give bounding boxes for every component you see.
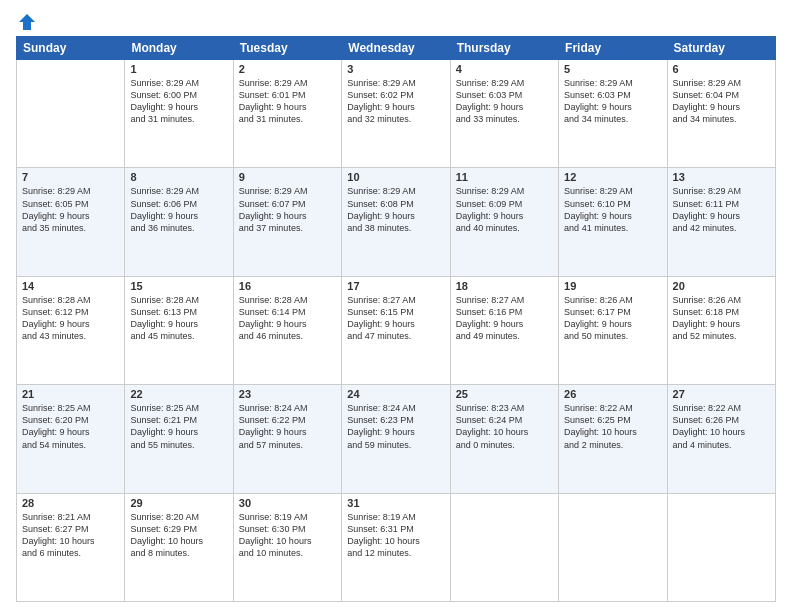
cell-details: Sunrise: 8:28 AMSunset: 6:12 PMDaylight:…: [22, 294, 119, 343]
day-number: 10: [347, 171, 444, 183]
cell-details: Sunrise: 8:22 AMSunset: 6:26 PMDaylight:…: [673, 402, 770, 451]
cell-details: Sunrise: 8:25 AMSunset: 6:21 PMDaylight:…: [130, 402, 227, 451]
cell-details: Sunrise: 8:29 AMSunset: 6:09 PMDaylight:…: [456, 185, 553, 234]
cell-details: Sunrise: 8:25 AMSunset: 6:20 PMDaylight:…: [22, 402, 119, 451]
calendar-cell: [559, 493, 667, 601]
cell-details: Sunrise: 8:27 AMSunset: 6:16 PMDaylight:…: [456, 294, 553, 343]
cell-details: Sunrise: 8:29 AMSunset: 6:02 PMDaylight:…: [347, 77, 444, 126]
day-number: 9: [239, 171, 336, 183]
cell-details: Sunrise: 8:28 AMSunset: 6:13 PMDaylight:…: [130, 294, 227, 343]
page: SundayMondayTuesdayWednesdayThursdayFrid…: [0, 0, 792, 612]
cell-details: Sunrise: 8:29 AMSunset: 6:03 PMDaylight:…: [564, 77, 661, 126]
calendar-cell: 21Sunrise: 8:25 AMSunset: 6:20 PMDayligh…: [17, 385, 125, 493]
header-day: Sunday: [17, 37, 125, 60]
calendar-cell: 20Sunrise: 8:26 AMSunset: 6:18 PMDayligh…: [667, 276, 775, 384]
cell-details: Sunrise: 8:26 AMSunset: 6:18 PMDaylight:…: [673, 294, 770, 343]
header-day: Tuesday: [233, 37, 341, 60]
cell-details: Sunrise: 8:27 AMSunset: 6:15 PMDaylight:…: [347, 294, 444, 343]
cell-details: Sunrise: 8:29 AMSunset: 6:04 PMDaylight:…: [673, 77, 770, 126]
day-number: 4: [456, 63, 553, 75]
calendar-cell: 18Sunrise: 8:27 AMSunset: 6:16 PMDayligh…: [450, 276, 558, 384]
day-number: 21: [22, 388, 119, 400]
calendar-cell: 4Sunrise: 8:29 AMSunset: 6:03 PMDaylight…: [450, 60, 558, 168]
cell-details: Sunrise: 8:29 AMSunset: 6:03 PMDaylight:…: [456, 77, 553, 126]
calendar-cell: [17, 60, 125, 168]
cell-details: Sunrise: 8:29 AMSunset: 6:05 PMDaylight:…: [22, 185, 119, 234]
calendar-row: 14Sunrise: 8:28 AMSunset: 6:12 PMDayligh…: [17, 276, 776, 384]
cell-details: Sunrise: 8:23 AMSunset: 6:24 PMDaylight:…: [456, 402, 553, 451]
calendar-cell: 13Sunrise: 8:29 AMSunset: 6:11 PMDayligh…: [667, 168, 775, 276]
calendar-row: 7Sunrise: 8:29 AMSunset: 6:05 PMDaylight…: [17, 168, 776, 276]
calendar-cell: 12Sunrise: 8:29 AMSunset: 6:10 PMDayligh…: [559, 168, 667, 276]
day-number: 25: [456, 388, 553, 400]
logo: [16, 12, 37, 30]
calendar-cell: [450, 493, 558, 601]
day-number: 22: [130, 388, 227, 400]
cell-details: Sunrise: 8:29 AMSunset: 6:00 PMDaylight:…: [130, 77, 227, 126]
calendar-cell: 22Sunrise: 8:25 AMSunset: 6:21 PMDayligh…: [125, 385, 233, 493]
cell-details: Sunrise: 8:29 AMSunset: 6:11 PMDaylight:…: [673, 185, 770, 234]
day-number: 18: [456, 280, 553, 292]
day-number: 17: [347, 280, 444, 292]
day-number: 2: [239, 63, 336, 75]
logo-icon: [17, 12, 37, 32]
day-number: 20: [673, 280, 770, 292]
header-day: Monday: [125, 37, 233, 60]
calendar-cell: 11Sunrise: 8:29 AMSunset: 6:09 PMDayligh…: [450, 168, 558, 276]
day-number: 12: [564, 171, 661, 183]
calendar-cell: 7Sunrise: 8:29 AMSunset: 6:05 PMDaylight…: [17, 168, 125, 276]
calendar-cell: 14Sunrise: 8:28 AMSunset: 6:12 PMDayligh…: [17, 276, 125, 384]
svg-marker-0: [19, 14, 35, 30]
day-number: 29: [130, 497, 227, 509]
calendar-cell: 1Sunrise: 8:29 AMSunset: 6:00 PMDaylight…: [125, 60, 233, 168]
calendar-row: 21Sunrise: 8:25 AMSunset: 6:20 PMDayligh…: [17, 385, 776, 493]
day-number: 11: [456, 171, 553, 183]
calendar-cell: 10Sunrise: 8:29 AMSunset: 6:08 PMDayligh…: [342, 168, 450, 276]
cell-details: Sunrise: 8:29 AMSunset: 6:10 PMDaylight:…: [564, 185, 661, 234]
day-number: 5: [564, 63, 661, 75]
calendar-cell: 2Sunrise: 8:29 AMSunset: 6:01 PMDaylight…: [233, 60, 341, 168]
day-number: 15: [130, 280, 227, 292]
cell-details: Sunrise: 8:28 AMSunset: 6:14 PMDaylight:…: [239, 294, 336, 343]
calendar-cell: 6Sunrise: 8:29 AMSunset: 6:04 PMDaylight…: [667, 60, 775, 168]
header-day: Friday: [559, 37, 667, 60]
calendar-cell: 16Sunrise: 8:28 AMSunset: 6:14 PMDayligh…: [233, 276, 341, 384]
day-number: 3: [347, 63, 444, 75]
calendar-cell: 25Sunrise: 8:23 AMSunset: 6:24 PMDayligh…: [450, 385, 558, 493]
day-number: 24: [347, 388, 444, 400]
header-day: Thursday: [450, 37, 558, 60]
day-number: 14: [22, 280, 119, 292]
calendar-cell: 30Sunrise: 8:19 AMSunset: 6:30 PMDayligh…: [233, 493, 341, 601]
day-number: 31: [347, 497, 444, 509]
day-number: 13: [673, 171, 770, 183]
calendar-cell: 28Sunrise: 8:21 AMSunset: 6:27 PMDayligh…: [17, 493, 125, 601]
day-number: 6: [673, 63, 770, 75]
day-number: 30: [239, 497, 336, 509]
calendar-cell: 19Sunrise: 8:26 AMSunset: 6:17 PMDayligh…: [559, 276, 667, 384]
calendar-cell: 27Sunrise: 8:22 AMSunset: 6:26 PMDayligh…: [667, 385, 775, 493]
calendar-cell: 15Sunrise: 8:28 AMSunset: 6:13 PMDayligh…: [125, 276, 233, 384]
calendar-cell: 8Sunrise: 8:29 AMSunset: 6:06 PMDaylight…: [125, 168, 233, 276]
calendar-cell: 3Sunrise: 8:29 AMSunset: 6:02 PMDaylight…: [342, 60, 450, 168]
calendar-cell: [667, 493, 775, 601]
calendar-cell: 26Sunrise: 8:22 AMSunset: 6:25 PMDayligh…: [559, 385, 667, 493]
cell-details: Sunrise: 8:24 AMSunset: 6:23 PMDaylight:…: [347, 402, 444, 451]
day-number: 16: [239, 280, 336, 292]
header-day: Saturday: [667, 37, 775, 60]
calendar-cell: 17Sunrise: 8:27 AMSunset: 6:15 PMDayligh…: [342, 276, 450, 384]
cell-details: Sunrise: 8:20 AMSunset: 6:29 PMDaylight:…: [130, 511, 227, 560]
calendar-table: SundayMondayTuesdayWednesdayThursdayFrid…: [16, 36, 776, 602]
calendar-cell: 24Sunrise: 8:24 AMSunset: 6:23 PMDayligh…: [342, 385, 450, 493]
day-number: 26: [564, 388, 661, 400]
header-row: SundayMondayTuesdayWednesdayThursdayFrid…: [17, 37, 776, 60]
cell-details: Sunrise: 8:26 AMSunset: 6:17 PMDaylight:…: [564, 294, 661, 343]
calendar-cell: 5Sunrise: 8:29 AMSunset: 6:03 PMDaylight…: [559, 60, 667, 168]
day-number: 1: [130, 63, 227, 75]
day-number: 27: [673, 388, 770, 400]
cell-details: Sunrise: 8:29 AMSunset: 6:01 PMDaylight:…: [239, 77, 336, 126]
calendar-row: 1Sunrise: 8:29 AMSunset: 6:00 PMDaylight…: [17, 60, 776, 168]
cell-details: Sunrise: 8:22 AMSunset: 6:25 PMDaylight:…: [564, 402, 661, 451]
day-number: 8: [130, 171, 227, 183]
header: [16, 12, 776, 30]
calendar-cell: 31Sunrise: 8:19 AMSunset: 6:31 PMDayligh…: [342, 493, 450, 601]
